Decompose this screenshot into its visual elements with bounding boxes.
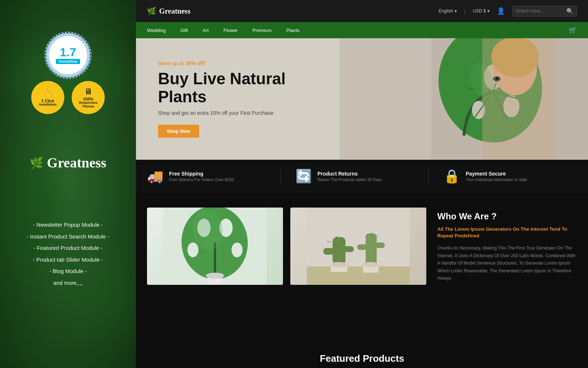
lang-chevron: ▾ xyxy=(455,8,457,14)
hero-section: Save up to 30% off! Buy Live Natural Pla… xyxy=(136,38,588,160)
svg-rect-32 xyxy=(357,244,367,250)
circle2-pct: 100% xyxy=(83,97,93,101)
feature-payment-text: Payment Secure Your Individual Informati… xyxy=(466,171,527,182)
svg-rect-23 xyxy=(333,237,345,265)
feature-item-1: - Newsletter Popup Module - xyxy=(0,219,136,231)
feature-payment: 🔒 Payment Secure Your Individual Informa… xyxy=(429,169,577,184)
shipping-icon: 🚚 xyxy=(147,169,164,184)
svg-point-11 xyxy=(495,77,498,80)
circle2-label: Responsive Themes xyxy=(75,101,102,109)
right-panel: 🌿 Greatness English ▾ | USD $ ▾ 👤 🔍 Wedd… xyxy=(136,0,588,368)
currency-selector[interactable]: USD $ ▾ xyxy=(473,8,490,14)
hero-title-line2: Plants xyxy=(158,88,207,106)
currency-chevron: ▾ xyxy=(487,8,490,14)
feature-item-5: - Blog Module - xyxy=(0,265,136,277)
hero-image xyxy=(340,38,588,160)
svg-rect-22 xyxy=(307,266,410,285)
payment-icon: 🔒 xyxy=(444,169,460,184)
lang-label: English xyxy=(439,8,453,14)
click-icon: 👆 xyxy=(43,89,53,98)
product-leaf-image[interactable] xyxy=(147,208,283,285)
feature-circles: 👆 1 Click Installation 🖥 100% Responsive… xyxy=(31,81,105,114)
search-box[interactable]: 🔍 xyxy=(512,6,577,17)
prestashop-badge: 1.7 PrestaShop xyxy=(46,33,90,77)
shipping-desc: Free Delivery For Orders Over $250 xyxy=(169,177,234,182)
svg-point-16 xyxy=(232,243,243,257)
header-logo: 🌿 Greatness xyxy=(147,7,190,15)
feature-returns-text: Product Returns Return The Products with… xyxy=(318,171,382,182)
nav-item-premium[interactable]: Premium xyxy=(252,28,272,33)
leaf-icon-left: 🌿 xyxy=(30,156,43,169)
payment-title: Payment Secure xyxy=(466,171,527,177)
left-panel: 1.7 PrestaShop 👆 1 Click Installation 🖥 … xyxy=(0,0,136,368)
svg-rect-31 xyxy=(366,233,377,266)
nav-items: Wedding Gift Art Flower Premium Plants xyxy=(147,28,300,33)
returns-desc: Return The Products within 30 Days xyxy=(318,177,382,182)
circle1-label: Installation xyxy=(39,103,57,107)
nav-item-gift[interactable]: Gift xyxy=(180,28,188,33)
svg-point-19 xyxy=(206,273,224,279)
hero-discount-text: Save up to 30% off! xyxy=(158,60,286,66)
header-leaf-icon: 🌿 xyxy=(147,7,156,15)
nav-item-flower[interactable]: Flower xyxy=(223,28,238,33)
svg-point-17 xyxy=(187,243,198,257)
svg-rect-33 xyxy=(376,243,385,248)
circle1-pct: 1 Click xyxy=(41,99,54,103)
monitor-icon: 🖥 xyxy=(84,87,92,96)
nav-item-wedding[interactable]: Wedding xyxy=(147,28,166,33)
main-nav: Wedding Gift Art Flower Premium Plants 🛒 xyxy=(136,22,588,38)
language-selector[interactable]: English ▾ xyxy=(439,8,457,14)
currency-label: USD $ xyxy=(473,8,486,14)
who-desc: Chunks As Necessary, Making This The Fir… xyxy=(437,244,577,282)
cart-icon[interactable]: 🛒 xyxy=(569,26,577,34)
feature-returns: 🔄 Product Returns Return The Products wi… xyxy=(280,169,429,184)
svg-rect-24 xyxy=(323,248,334,255)
svg-rect-25 xyxy=(344,246,354,252)
returns-icon: 🔄 xyxy=(295,169,312,184)
feature-item-3: - Featured Product Module - xyxy=(0,242,136,254)
hero-subtitle: Shop and get an extra 10% off your First… xyxy=(158,110,286,116)
svg-point-38 xyxy=(363,262,379,267)
site-header: 🌿 Greatness English ▾ | USD $ ▾ 👤 🔍 xyxy=(136,0,588,22)
user-account-icon[interactable]: 👤 xyxy=(497,7,505,15)
who-we-are-section: Who We Are ? All The Lorem Ipsum Generat… xyxy=(437,200,577,293)
circle-install: 👆 1 Click Installation xyxy=(31,81,64,114)
hero-title-line1: Buy Live Natural xyxy=(158,70,286,88)
svg-point-30 xyxy=(330,262,347,267)
features-bar: 🚚 Free Shipping Free Delivery For Orders… xyxy=(136,160,588,193)
returns-title: Product Returns xyxy=(318,171,382,177)
badge-platform: PrestaShop xyxy=(56,59,80,64)
left-logo-text: Greatness xyxy=(47,155,107,171)
who-title: Who We Are ? xyxy=(437,211,577,222)
badge-version: 1.7 xyxy=(60,46,76,58)
shipping-title: Free Shipping xyxy=(169,171,234,177)
header-logo-text: Greatness xyxy=(159,7,190,15)
nav-item-plants[interactable]: Plants xyxy=(286,28,300,33)
header-divider: | xyxy=(464,8,466,14)
hero-title: Buy Live Natural Plants xyxy=(158,70,286,106)
feature-item-4: - Product tab Slider Module - xyxy=(0,254,136,266)
search-input[interactable] xyxy=(516,8,563,14)
feature-item-6: and more,,,, xyxy=(0,277,136,289)
product-cactus-image[interactable] xyxy=(290,208,426,285)
feature-item-2: - Instant Product Search Module - xyxy=(0,231,136,243)
svg-point-9 xyxy=(491,38,538,77)
left-logo: 🌿 Greatness xyxy=(30,155,107,171)
shop-now-button[interactable]: Shop Now xyxy=(158,125,199,138)
feature-shipping-text: Free Shipping Free Delivery For Orders O… xyxy=(169,171,234,182)
header-right: English ▾ | USD $ ▾ 👤 🔍 xyxy=(439,6,577,17)
payment-desc: Your Individual Information Is Safe xyxy=(466,177,527,182)
search-icon[interactable]: 🔍 xyxy=(566,8,574,15)
product-images-row xyxy=(136,200,437,292)
featured-title: Featured Products xyxy=(136,353,588,364)
feature-list: - Newsletter Popup Module - - Instant Pr… xyxy=(0,219,136,289)
featured-products-section: Featured Products xyxy=(136,353,588,364)
feature-shipping: 🚚 Free Shipping Free Delivery For Orders… xyxy=(147,169,280,184)
who-subtitle: All The Lorem Ipsum Generators On The In… xyxy=(437,226,577,239)
circle-responsive: 🖥 100% Responsive Themes xyxy=(72,81,105,114)
nav-item-art[interactable]: Art xyxy=(202,28,209,33)
hero-content: Save up to 30% off! Buy Live Natural Pla… xyxy=(136,46,308,152)
